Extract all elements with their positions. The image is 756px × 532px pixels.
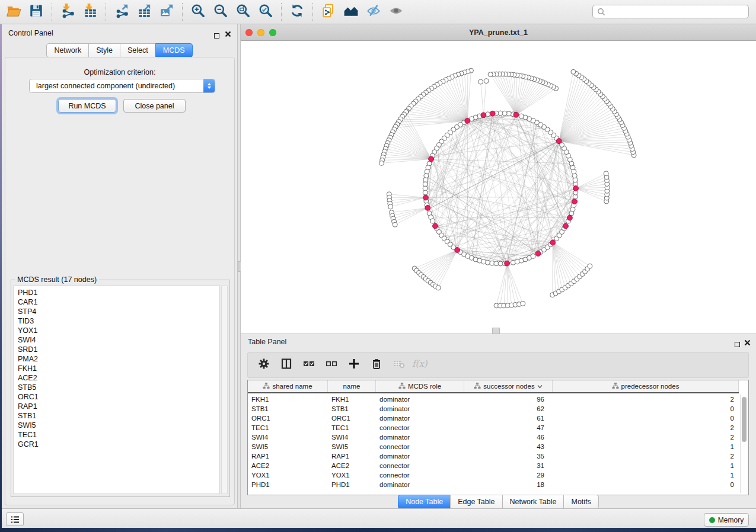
function-button[interactable]: f(x) — [410, 355, 433, 375]
cell-successor-nodes[interactable]: 46 — [464, 432, 544, 442]
cell-successor-nodes[interactable]: 96 — [464, 395, 544, 404]
mcds-result-item[interactable]: CAR1 — [18, 297, 219, 307]
network-dominator-node[interactable] — [572, 199, 578, 204]
tab-select[interactable]: Select — [120, 43, 156, 57]
network-leaf-node[interactable] — [479, 79, 483, 84]
import-table-button[interactable] — [79, 2, 101, 21]
cell-MCDS-role[interactable]: connector — [379, 470, 462, 480]
column-header-MCDS-role[interactable]: MCDS role — [376, 380, 464, 392]
network-dominator-node[interactable] — [513, 112, 519, 117]
hide-selected-button[interactable] — [362, 2, 385, 21]
cell-successor-nodes[interactable]: 62 — [464, 404, 544, 414]
network-dominator-node[interactable] — [535, 251, 541, 257]
network-node[interactable] — [430, 219, 435, 223]
cell-name[interactable]: PHD1 — [331, 480, 374, 489]
cell-predecessor-nodes[interactable]: 2 — [553, 395, 734, 404]
cell-MCDS-role[interactable]: dominator — [379, 432, 462, 442]
network-dominator-node[interactable] — [567, 215, 573, 220]
network-dominator-node[interactable] — [429, 156, 434, 162]
network-leaf-node[interactable] — [604, 171, 608, 176]
show-all-button[interactable] — [385, 2, 407, 21]
network-canvas[interactable] — [241, 41, 756, 333]
cell-predecessor-nodes[interactable]: 2 — [553, 432, 734, 442]
network-dominator-node[interactable] — [433, 223, 438, 229]
network-dominator-node[interactable] — [556, 139, 562, 144]
network-dominator-node[interactable] — [563, 223, 569, 229]
tab-network-table[interactable]: Network Table — [502, 495, 564, 509]
network-leaf-node[interactable] — [436, 286, 441, 290]
cell-shared-name[interactable]: ACE2 — [251, 461, 326, 470]
network-dominator-node[interactable] — [505, 261, 510, 266]
mcds-result-item[interactable]: PMA2 — [18, 354, 219, 364]
mcds-result-item[interactable]: ORC1 — [18, 392, 219, 402]
mcds-result-list[interactable]: PHD1CAR1STP4TID3YOX1SWI4SRD1PMA2FKH1ACE2… — [13, 286, 220, 494]
network-leaf-node[interactable] — [571, 69, 576, 74]
network-dominator-node[interactable] — [481, 113, 486, 118]
column-header-successor-nodes[interactable]: successor nodes — [464, 380, 553, 392]
cell-successor-nodes[interactable]: 31 — [464, 461, 544, 470]
column-header-name[interactable]: name — [328, 380, 376, 392]
network-dominator-node[interactable] — [550, 240, 556, 245]
tab-edge-table[interactable]: Edge Table — [450, 495, 502, 509]
mcds-result-item[interactable]: ACE2 — [18, 373, 219, 383]
refresh-button[interactable] — [286, 2, 308, 21]
delete-button[interactable] — [365, 355, 388, 375]
cell-successor-nodes[interactable]: 35 — [464, 451, 544, 461]
search-field[interactable] — [592, 5, 749, 18]
cell-name[interactable]: ACE2 — [331, 461, 374, 470]
zoom-fit-button[interactable] — [232, 2, 254, 21]
close-panel-icon[interactable] — [225, 29, 231, 40]
cell-successor-nodes[interactable]: 43 — [464, 442, 544, 451]
cell-predecessor-nodes[interactable]: 0 — [553, 480, 734, 489]
tab-network[interactable]: Network — [46, 43, 89, 57]
network-leaf-node[interactable] — [488, 72, 493, 77]
network-leaf-node[interactable] — [379, 161, 384, 165]
column-header-shared-name[interactable]: shared name — [248, 380, 328, 392]
network-window-titlebar[interactable]: YPA_prune.txt_1 — [241, 24, 756, 41]
search-input[interactable] — [605, 7, 748, 17]
cell-successor-nodes[interactable]: 61 — [464, 414, 544, 423]
mcds-result-item[interactable]: SWI4 — [18, 335, 219, 345]
mcds-result-item[interactable]: GCR1 — [18, 440, 219, 449]
cell-MCDS-role[interactable]: dominator — [379, 414, 462, 423]
zoom-selected-button[interactable] — [254, 2, 277, 21]
cell-shared-name[interactable]: FKH1 — [251, 395, 326, 404]
mcds-result-scrollbar[interactable] — [221, 286, 228, 494]
cell-shared-name[interactable]: PHD1 — [251, 480, 326, 489]
cell-MCDS-role[interactable]: dominator — [379, 451, 462, 461]
network-node[interactable] — [531, 254, 535, 258]
cell-MCDS-role[interactable]: dominator — [379, 395, 462, 404]
network-dominator-node[interactable] — [465, 118, 470, 124]
cell-successor-nodes[interactable]: 29 — [464, 470, 544, 480]
add-button[interactable] — [343, 355, 365, 375]
mcds-result-item[interactable]: TEC1 — [18, 430, 219, 440]
mcds-result-item[interactable]: RAP1 — [18, 402, 219, 411]
export-network-button[interactable] — [110, 2, 133, 21]
columns-button[interactable] — [275, 355, 298, 375]
import-network-button[interactable] — [56, 2, 79, 21]
network-leaf-node[interactable] — [521, 301, 525, 306]
network-node[interactable] — [423, 190, 428, 195]
network-dominator-node[interactable] — [573, 186, 579, 191]
mcds-result-item[interactable]: STP4 — [18, 307, 219, 316]
cell-name[interactable]: TEC1 — [331, 423, 374, 432]
close-table-panel-icon[interactable] — [744, 338, 751, 348]
cell-MCDS-role[interactable]: connector — [379, 442, 462, 451]
cell-name[interactable]: SWI5 — [331, 442, 374, 451]
cell-name[interactable]: SWI4 — [331, 432, 374, 442]
cell-name[interactable]: FKH1 — [331, 395, 374, 404]
copy-network-button[interactable] — [317, 2, 340, 21]
network-node[interactable] — [519, 114, 524, 118]
cell-shared-name[interactable]: TEC1 — [251, 423, 326, 432]
column-header-predecessor-nodes[interactable]: predecessor nodes — [553, 380, 739, 392]
cell-shared-name[interactable]: SWI5 — [251, 442, 326, 451]
cell-predecessor-nodes[interactable]: 0 — [553, 404, 734, 414]
network-leaf-node[interactable] — [588, 264, 592, 268]
mcds-result-item[interactable]: SRD1 — [18, 345, 219, 354]
zoom-out-button[interactable] — [209, 2, 232, 21]
tab-style[interactable]: Style — [88, 43, 120, 57]
zoom-in-button[interactable] — [187, 2, 209, 21]
network-leaf-node[interactable] — [388, 204, 393, 209]
criterion-select[interactable]: largest connected component (undirected) — [29, 79, 215, 93]
delete-table-button[interactable] — [388, 355, 410, 375]
